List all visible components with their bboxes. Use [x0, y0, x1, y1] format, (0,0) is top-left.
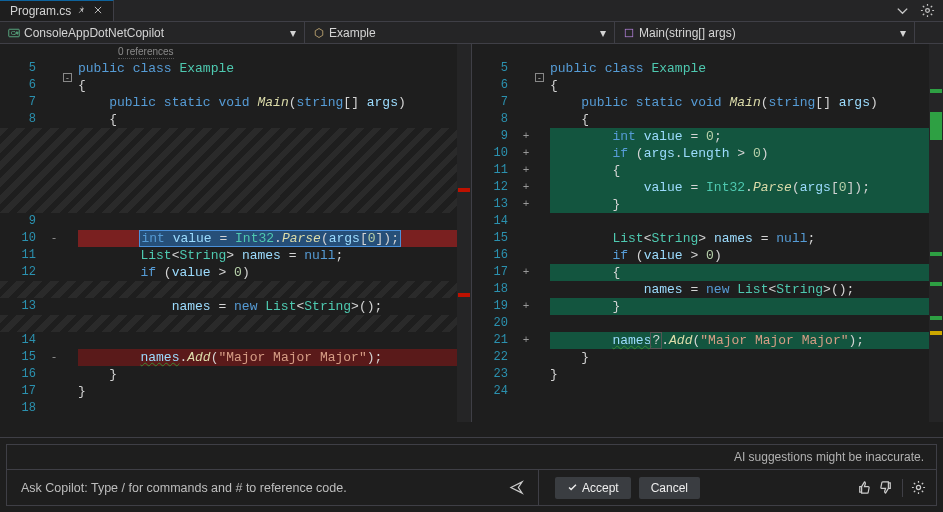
line-number: 7: [472, 94, 516, 111]
code-line[interactable]: 11 List<String> names = null;: [0, 247, 471, 264]
chevron-down-icon: ▾: [290, 26, 296, 40]
code-line[interactable]: [0, 145, 471, 162]
line-number: 23: [472, 366, 516, 383]
line-text: }: [78, 383, 471, 400]
code-line[interactable]: 11+ {: [472, 162, 943, 179]
diff-glyph: -: [48, 230, 60, 247]
code-line[interactable]: 16 }: [0, 366, 471, 383]
diff-editor: 0 references 5-public class Example6{7 p…: [0, 44, 943, 422]
tab-title: Program.cs: [10, 4, 71, 18]
code-line[interactable]: 14: [472, 213, 943, 230]
cancel-button[interactable]: Cancel: [639, 477, 700, 499]
code-line[interactable]: 16 if (value > 0): [472, 247, 943, 264]
overview-ruler[interactable]: [457, 44, 471, 422]
diff-glyph: +: [520, 179, 532, 196]
code-line[interactable]: 5-public class Example: [472, 60, 943, 77]
copilot-panel: AI suggestions might be inaccurate. Ask …: [0, 437, 943, 512]
code-right: 5-public class Example6{7 public static …: [472, 44, 943, 400]
gear-icon[interactable]: [911, 480, 926, 495]
nav-class[interactable]: Example ▾: [305, 22, 615, 43]
code-line[interactable]: 15- names.Add("Major Major Major");: [0, 349, 471, 366]
code-line[interactable]: 23}: [472, 366, 943, 383]
code-line[interactable]: 8 {: [472, 111, 943, 128]
overview-ruler[interactable]: [929, 44, 943, 422]
code-line[interactable]: 24: [472, 383, 943, 400]
code-line[interactable]: 15 List<String> names = null;: [472, 230, 943, 247]
line-number: 5: [0, 60, 44, 77]
code-line[interactable]: 8 {: [0, 111, 471, 128]
code-line[interactable]: 22 }: [472, 349, 943, 366]
code-line[interactable]: [0, 196, 471, 213]
code-line[interactable]: 19+ }: [472, 298, 943, 315]
file-tab[interactable]: Program.cs: [0, 0, 114, 21]
code-line[interactable]: 5-public class Example: [0, 60, 471, 77]
code-line[interactable]: 17}: [0, 383, 471, 400]
line-text: value = Int32.Parse(args[0]);: [550, 179, 943, 196]
code-line[interactable]: 18: [0, 400, 471, 417]
settings-icon[interactable]: [920, 3, 935, 18]
line-text: if (value > 0): [550, 247, 943, 264]
code-line[interactable]: 9: [0, 213, 471, 230]
line-text: public static void Main(string[] args): [78, 94, 471, 111]
line-text: }: [550, 196, 943, 213]
line-number: 13: [0, 298, 44, 315]
accept-button[interactable]: Accept: [555, 477, 631, 499]
code-line[interactable]: 20: [472, 315, 943, 332]
code-line[interactable]: 7 public static void Main(string[] args): [472, 94, 943, 111]
dropdown-icon[interactable]: [895, 3, 910, 18]
code-line[interactable]: [0, 315, 471, 332]
line-number: 9: [0, 213, 44, 230]
nav-project[interactable]: C# ConsoleAppDotNetCopilot ▾: [0, 22, 305, 43]
code-line[interactable]: 21+ names?.Add("Major Major Major");: [472, 332, 943, 349]
line-number: 11: [0, 247, 44, 264]
line-text: }: [550, 298, 943, 315]
line-text: {: [78, 111, 471, 128]
code-line[interactable]: [0, 281, 471, 298]
code-line[interactable]: 17+ {: [472, 264, 943, 281]
check-icon: [567, 482, 578, 493]
line-number: 19: [472, 298, 516, 315]
line-number: 6: [472, 77, 516, 94]
chevron-down-icon: ▾: [600, 26, 606, 40]
code-line[interactable]: 13 names = new List<String>();: [0, 298, 471, 315]
code-line[interactable]: 12+ value = Int32.Parse(args[0]);: [472, 179, 943, 196]
line-text: names?.Add("Major Major Major");: [550, 332, 943, 349]
line-number: 24: [472, 383, 516, 400]
pin-icon[interactable]: [77, 4, 87, 18]
line-number: 15: [0, 349, 44, 366]
line-number: 16: [0, 366, 44, 383]
code-line[interactable]: 7 public static void Main(string[] args): [0, 94, 471, 111]
code-line[interactable]: 10- int value = Int32.Parse(args[0]);: [0, 230, 471, 247]
line-number: 5: [472, 60, 516, 77]
send-icon[interactable]: [509, 480, 524, 495]
thumbs-up-icon[interactable]: [856, 480, 871, 495]
line-number: 11: [472, 162, 516, 179]
code-line[interactable]: 6{: [0, 77, 471, 94]
copilot-input[interactable]: Ask Copilot: Type / for commands and # t…: [7, 470, 539, 505]
left-pane-original[interactable]: 0 references 5-public class Example6{7 p…: [0, 44, 472, 422]
copilot-placeholder: Ask Copilot: Type / for commands and # t…: [21, 481, 347, 495]
code-line[interactable]: 10+ if (args.Length > 0): [472, 145, 943, 162]
code-line[interactable]: 6{: [472, 77, 943, 94]
thumbs-down-icon[interactable]: [879, 480, 894, 495]
code-line[interactable]: 13+ }: [472, 196, 943, 213]
method-icon: [623, 27, 635, 39]
line-text: if (value > 0): [78, 264, 471, 281]
line-text: {: [78, 77, 471, 94]
code-line[interactable]: 18 names = new List<String>();: [472, 281, 943, 298]
right-pane-modified[interactable]: 5-public class Example6{7 public static …: [472, 44, 943, 422]
line-number: 12: [472, 179, 516, 196]
nav-method[interactable]: Main(string[] args) ▾: [615, 22, 915, 43]
ai-warning: AI suggestions might be inaccurate.: [6, 444, 937, 469]
code-line[interactable]: [0, 162, 471, 179]
code-line[interactable]: 12 if (value > 0): [0, 264, 471, 281]
code-line[interactable]: 9+ int value = 0;: [472, 128, 943, 145]
code-line[interactable]: [0, 179, 471, 196]
close-icon[interactable]: [93, 4, 103, 18]
codelens[interactable]: 0 references: [118, 46, 174, 59]
line-number: 14: [472, 213, 516, 230]
csharp-project-icon: C#: [8, 27, 20, 39]
code-line[interactable]: 14: [0, 332, 471, 349]
diff-glyph: +: [520, 128, 532, 145]
code-line[interactable]: [0, 128, 471, 145]
